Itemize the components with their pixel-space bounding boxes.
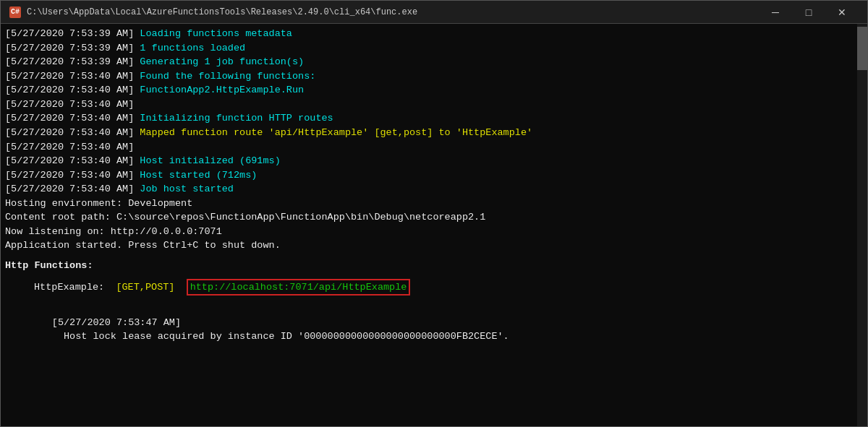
log-line-2: [5/27/2020 7:53:39 AM] 1 functions loade… [5, 41, 851, 56]
console-area: [5/27/2020 7:53:39 AM] Loading functions… [1, 24, 867, 426]
log-line-10: [5/27/2020 7:53:40 AM] Host initialized … [5, 154, 851, 168]
title-bar-path: C:\Users\AppData\Local\AzureFunctionsToo… [27, 7, 759, 17]
terminal-window: C# C:\Users\AppData\Local\AzureFunctions… [0, 0, 868, 427]
log-line-12: [5/27/2020 7:53:40 AM] Job host started [5, 182, 851, 197]
log-line-6: [5/27/2020 7:53:40 AM] [5, 98, 851, 112]
scrollbar[interactable] [857, 24, 867, 426]
title-bar: C# C:\Users\AppData\Local\AzureFunctions… [1, 1, 867, 24]
close-button[interactable]: ✕ [825, 1, 859, 24]
listening-line: Now listening on: http://0.0.0.0:7071 [5, 225, 851, 239]
http-example-line: HttpExample: [GET,POST] http://localhost… [34, 279, 851, 296]
http-example-label: HttpExample: [34, 280, 104, 295]
content-root-line: Content root path: C:\source\repos\Funct… [5, 210, 851, 225]
console-content: [5/27/2020 7:53:39 AM] Loading functions… [5, 27, 863, 358]
scrollbar-thumb[interactable] [857, 27, 867, 70]
log-line-4: [5/27/2020 7:53:40 AM] Found the followi… [5, 69, 851, 84]
log-line-7: [5/27/2020 7:53:40 AM] Initializing func… [5, 111, 851, 126]
app-icon: C# [9, 7, 21, 18]
minimize-button[interactable]: ─ [759, 1, 792, 24]
log-line-3: [5/27/2020 7:53:39 AM] Generating 1 job … [5, 55, 851, 69]
log-line-1: [5/27/2020 7:53:39 AM] Loading functions… [5, 27, 851, 41]
log-line-9: [5/27/2020 7:53:40 AM] [5, 140, 851, 155]
maximize-button[interactable]: □ [792, 1, 825, 24]
last-log-line: [5/27/2020 7:53:47 AM] Host lock lease a… [5, 301, 851, 358]
window-controls: ─ □ ✕ [759, 1, 859, 24]
http-url[interactable]: http://localhost:7071/api/HttpExample [187, 279, 411, 296]
log-line-8: [5/27/2020 7:53:40 AM] Mapped function r… [5, 126, 851, 140]
http-functions-header: Http Functions: [5, 259, 851, 273]
app-started-line: Application started. Press Ctrl+C to shu… [5, 238, 851, 253]
hosting-env-line: Hosting environment: Development [5, 197, 851, 211]
log-line-11: [5/27/2020 7:53:40 AM] Host started (712… [5, 168, 851, 183]
http-methods-label: [GET,POST] [116, 280, 174, 295]
log-line-5: [5/27/2020 7:53:40 AM] FunctionApp2.Http… [5, 83, 851, 98]
